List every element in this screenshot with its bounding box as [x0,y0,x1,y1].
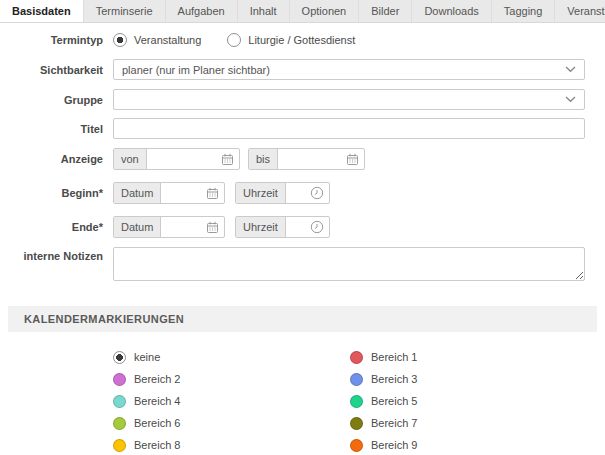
anzeige-bis-input[interactable] [278,149,364,169]
datum-addon-label: Datum [114,217,161,237]
kalendermarkierungen-options: keine Bereich 1 Bereich 2 Bereich 3 Bere… [113,350,605,452]
row-termintyp: Termintyp Veranstaltung Liturgie / Gotte… [0,33,605,47]
clock-icon [310,220,324,234]
mark-option-label: keine [134,351,160,363]
radio-unchecked-icon [227,33,241,47]
mark-option-bereich-4[interactable]: Bereich 4 [113,394,350,408]
row-titel: Titel [0,118,605,139]
radio-veranstaltung-label: Veranstaltung [134,34,201,46]
tab-bilder[interactable]: Bilder [359,0,412,22]
row-sichtbarkeit: Sichtbarkeit planer (nur im Planer sicht… [0,59,605,80]
row-gruppe: Gruppe [0,89,605,110]
anzeige-bis-group: bis [248,148,365,170]
mark-option-bereich-1[interactable]: Bereich 1 [350,350,587,364]
color-dot-icon [113,395,126,408]
color-dot-icon [113,373,126,386]
mark-option-label: Bereich 5 [371,395,417,407]
tab-tagging[interactable]: Tagging [492,0,556,22]
ende-datum-group: Datum [113,216,225,238]
color-dot-icon [113,439,126,452]
color-dot-icon [350,351,363,364]
tab-downloads[interactable]: Downloads [412,0,491,22]
clock-icon [310,186,324,200]
termintyp-label: Termintyp [0,34,113,46]
sichtbarkeit-value: planer (nur im Planer sichtbar) [122,64,270,76]
ende-uhrzeit-input[interactable] [286,217,329,237]
kalendermarkierungen-section-header: KALENDERMARKIERUNGEN [8,306,597,332]
mark-option-label: Bereich 2 [134,373,180,385]
mark-option-bereich-2[interactable]: Bereich 2 [113,372,350,386]
calendar-icon [206,221,219,234]
beginn-datum-group: Datum [113,182,225,204]
interne-notizen-label: interne Notizen [0,247,113,262]
uhrzeit-addon-label: Uhrzeit [236,183,286,203]
mark-option-bereich-3[interactable]: Bereich 3 [350,372,587,386]
kalendermarkierungen-heading: KALENDERMARKIERUNGEN [8,313,184,325]
bis-addon-label: bis [249,149,278,169]
tab-inhalt[interactable]: Inhalt [238,0,290,22]
chevron-down-icon [565,96,576,103]
tab-optionen[interactable]: Optionen [290,0,360,22]
mark-option-label: Bereich 7 [371,417,417,429]
anzeige-label: Anzeige [0,153,113,165]
mark-option-bereich-6[interactable]: Bereich 6 [113,416,350,430]
ende-label: Ende* [0,221,113,233]
tab-veranstalter[interactable]: Veranstalter [555,0,605,22]
mark-option-label: Bereich 3 [371,373,417,385]
chevron-down-icon [565,66,576,73]
titel-input[interactable] [113,118,585,139]
beginn-label: Beginn* [0,187,113,199]
mark-option-bereich-7[interactable]: Bereich 7 [350,416,587,430]
color-dot-icon [113,417,126,430]
mark-option-keine[interactable]: keine [113,350,350,364]
mark-option-label: Bereich 6 [134,417,180,429]
radio-checked-icon [113,351,126,364]
tab-bar: Basisdaten Terminserie Aufgaben Inhalt O… [0,0,605,23]
titel-label: Titel [0,123,113,135]
gruppe-select[interactable] [113,89,585,110]
color-dot-icon [350,439,363,452]
radio-veranstaltung[interactable]: Veranstaltung [113,33,201,47]
mark-option-bereich-5[interactable]: Bereich 5 [350,394,587,408]
gruppe-label: Gruppe [0,94,113,106]
color-dot-icon [350,417,363,430]
mark-option-label: Bereich 1 [371,351,417,363]
interne-notizen-textarea[interactable] [113,247,585,281]
mark-option-bereich-9[interactable]: Bereich 9 [350,438,587,452]
tab-terminserie[interactable]: Terminserie [84,0,166,22]
ende-datum-input[interactable] [161,217,224,237]
calendar-icon [206,187,219,200]
row-interne-notizen: interne Notizen [0,247,605,281]
uhrzeit-addon-label: Uhrzeit [236,217,286,237]
tab-aufgaben[interactable]: Aufgaben [166,0,238,22]
datum-addon-label: Datum [114,183,161,203]
sichtbarkeit-label: Sichtbarkeit [0,64,113,76]
mark-option-label: Bereich 4 [134,395,180,407]
anzeige-von-input[interactable] [147,149,239,169]
row-beginn: Beginn* Datum Uhrzeit [0,182,605,204]
calendar-icon [346,153,359,166]
tab-basisdaten[interactable]: Basisdaten [0,0,84,22]
calendar-icon [221,153,234,166]
mark-option-label: Bereich 9 [371,439,417,451]
anzeige-von-group: von [113,148,240,170]
beginn-uhrzeit-group: Uhrzeit [235,182,330,204]
ende-uhrzeit-group: Uhrzeit [235,216,330,238]
beginn-datum-input[interactable] [161,183,224,203]
mark-option-label: Bereich 8 [134,439,180,451]
radio-liturgie-label: Liturgie / Gottesdienst [248,34,355,46]
row-ende: Ende* Datum Uhrzeit [0,216,605,238]
sichtbarkeit-select[interactable]: planer (nur im Planer sichtbar) [113,59,585,80]
mark-option-bereich-8[interactable]: Bereich 8 [113,438,350,452]
radio-checked-icon [113,33,127,47]
radio-liturgie[interactable]: Liturgie / Gottesdienst [227,33,355,47]
color-dot-icon [350,373,363,386]
row-anzeige: Anzeige von bis [0,148,605,170]
basisdaten-form: Termintyp Veranstaltung Liturgie / Gotte… [0,23,605,452]
beginn-uhrzeit-input[interactable] [286,183,329,203]
color-dot-icon [350,395,363,408]
von-addon-label: von [114,149,147,169]
